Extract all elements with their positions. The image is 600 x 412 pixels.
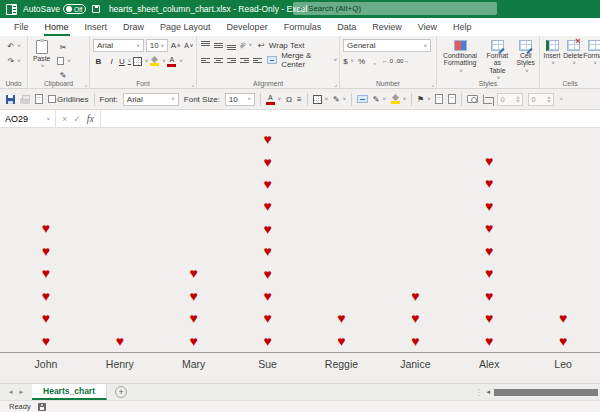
insert-function-icon[interactable]: fx	[87, 113, 94, 124]
hscroll-left-icon[interactable]: ◂	[486, 388, 490, 396]
align-middle-button[interactable]	[213, 39, 224, 51]
delete-cells-button[interactable]: Delete	[564, 39, 582, 68]
qat-erase-border-button[interactable]: ✎	[373, 95, 386, 104]
quick-print-button[interactable]	[20, 95, 30, 104]
decrease-indent-button[interactable]	[239, 54, 250, 66]
flag-button[interactable]: ⚑	[417, 95, 430, 104]
align-bottom-button[interactable]	[226, 39, 237, 51]
align-center-button[interactable]	[213, 54, 224, 66]
tab-insert[interactable]: Insert	[77, 18, 116, 36]
font-color-button[interactable]: A	[167, 55, 182, 67]
qat-borders-button[interactable]	[313, 95, 328, 104]
accessibility-icon[interactable]	[38, 403, 46, 411]
symbol-button[interactable]: Ω	[286, 95, 292, 104]
percent-style-button[interactable]: %	[356, 55, 367, 67]
merge-center-button[interactable]: Merge & Center	[267, 54, 337, 66]
tab-developer[interactable]: Developer	[219, 18, 276, 36]
copy-button[interactable]	[55, 55, 70, 67]
tab-review[interactable]: Review	[364, 18, 410, 36]
qat-merge-button[interactable]	[357, 95, 368, 103]
sheet-nav-right-icon[interactable]: ▸	[20, 388, 24, 396]
group-objects-button[interactable]	[435, 94, 443, 104]
toolbar-overflow-button[interactable]: ˅	[559, 96, 563, 102]
horizontal-scrollbar[interactable]	[494, 385, 600, 400]
number-dialog-launcher-icon[interactable]: ⌟	[431, 81, 434, 87]
qat-size-combobox[interactable]: 10	[225, 93, 255, 106]
font-dialog-launcher-icon[interactable]: ⌟	[191, 81, 194, 87]
fill-color-button[interactable]	[150, 55, 165, 67]
font-size-combobox[interactable]: 10	[146, 39, 168, 52]
align-right-button[interactable]	[226, 54, 237, 66]
save-icon[interactable]	[92, 5, 100, 13]
tab-home[interactable]: Home	[37, 18, 77, 36]
cut-button[interactable]: ✂	[55, 41, 70, 53]
gridlines-toggle[interactable]: Gridlines	[48, 95, 89, 104]
save-button[interactable]	[6, 95, 15, 104]
clipboard-dialog-launcher-icon[interactable]: ⌟	[84, 81, 87, 87]
redo-button[interactable]: ↷	[8, 55, 21, 67]
gridlines-checkbox[interactable]	[48, 95, 56, 103]
autosave-toggle[interactable]: Off	[63, 4, 86, 14]
width-spinner[interactable]: 0	[497, 93, 523, 106]
wrap-text-button[interactable]: ↩ Wrap Text	[258, 39, 305, 51]
conditional-formatting-button[interactable]: Conditional Formatting	[440, 39, 480, 75]
qat-fill-color-button[interactable]	[391, 94, 406, 104]
qat-draw-border-button[interactable]: ✎	[333, 95, 346, 104]
gridlines-label: Gridlines	[57, 95, 89, 104]
camera-button[interactable]	[467, 95, 478, 103]
tab-file[interactable]: File	[6, 18, 37, 36]
tab-help[interactable]: Help	[445, 18, 480, 36]
comma-style-button[interactable]: ,	[369, 55, 380, 67]
align-top-button[interactable]	[200, 39, 211, 51]
orientation-button[interactable]: ab	[239, 39, 252, 51]
spinner-arrows-icon[interactable]	[516, 96, 520, 103]
crop-button[interactable]	[483, 95, 492, 104]
new-sheet-button[interactable]: +	[115, 386, 127, 398]
scrollbar-thumb[interactable]	[494, 389, 598, 396]
autosave-control[interactable]: AutoSave Off	[23, 4, 86, 14]
sheet-nav-left-icon[interactable]: ◂	[9, 388, 13, 396]
print-preview-button[interactable]	[35, 94, 43, 104]
document-icon	[35, 94, 43, 104]
increase-font-size-button[interactable]: A˄	[170, 40, 181, 52]
qat-font-color-button[interactable]: A	[266, 94, 281, 105]
italic-button[interactable]: I	[106, 55, 117, 67]
format-as-table-button[interactable]: Format as Table	[483, 39, 511, 82]
align-text-button[interactable]: ≡	[297, 95, 302, 104]
tab-view[interactable]: View	[410, 18, 445, 36]
qat-font-combobox[interactable]: Arial	[123, 93, 179, 106]
cell-styles-button[interactable]: Cell Styles	[515, 39, 538, 75]
decrease-decimal-button[interactable]: .00→	[395, 55, 409, 67]
tab-data[interactable]: Data	[329, 18, 364, 36]
chart-sheet[interactable]: ♥♥♥♥♥♥♥♥♥♥♥♥♥♥♥♥♥♥♥♥♥♥♥♥♥♥♥♥♥♥♥♥♥♥♥♥♥ Jo…	[0, 128, 600, 383]
tab-formulas[interactable]: Formulas	[276, 18, 330, 36]
format-painter-button[interactable]: ✎	[55, 69, 70, 81]
tab-page-layout[interactable]: Page Layout	[152, 18, 219, 36]
paste-button[interactable]: Paste	[31, 39, 52, 71]
search-input[interactable]: ⌕ Search (Alt+Q)	[293, 2, 497, 15]
underline-button[interactable]: U	[119, 55, 131, 67]
format-cells-button[interactable]: Format	[585, 39, 600, 68]
ungroup-objects-button[interactable]	[448, 94, 456, 104]
spinner-arrows-icon[interactable]	[547, 96, 551, 103]
increase-indent-button[interactable]	[252, 54, 263, 66]
alignment-dialog-launcher-icon[interactable]: ⌟	[334, 81, 337, 87]
splitter-dots-icon[interactable]: ⋮	[474, 388, 482, 397]
cancel-icon[interactable]: ×	[62, 114, 67, 124]
formula-input[interactable]	[101, 110, 600, 127]
bold-button[interactable]: B	[93, 55, 104, 67]
name-box[interactable]: AO29	[0, 110, 56, 127]
sheet-tab-hearts-chart[interactable]: Hearts_chart	[32, 384, 107, 400]
height-spinner[interactable]: 0	[528, 93, 554, 106]
borders-button[interactable]	[133, 55, 148, 67]
decrease-font-size-button[interactable]: A˅	[183, 40, 194, 52]
undo-button[interactable]: ↶	[8, 40, 21, 52]
number-format-combobox[interactable]: General	[343, 39, 431, 52]
accounting-format-button[interactable]: $	[343, 55, 354, 67]
increase-decimal-button[interactable]: ←.0	[382, 55, 393, 67]
align-left-button[interactable]	[200, 54, 211, 66]
tab-draw[interactable]: Draw	[115, 18, 152, 36]
insert-cells-button[interactable]: Insert	[543, 39, 561, 68]
font-name-combobox[interactable]: Arial	[93, 39, 144, 52]
enter-icon[interactable]: ✓	[73, 114, 81, 124]
